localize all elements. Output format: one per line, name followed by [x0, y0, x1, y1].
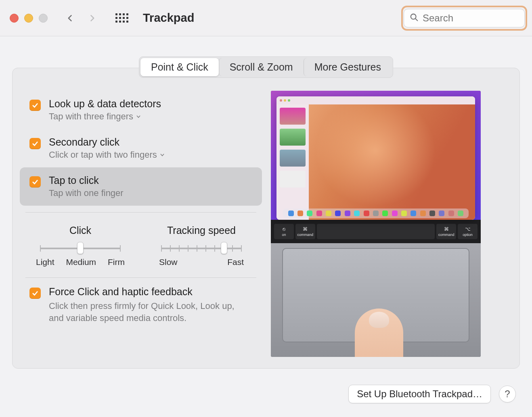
tab-more-gestures[interactable]: More Gestures [304, 58, 392, 76]
window-controls [10, 14, 48, 23]
divider [25, 277, 256, 278]
option-subtitle: Tap with one finger [49, 188, 124, 198]
forward-button[interactable] [84, 10, 100, 26]
checkbox-tap[interactable] [29, 176, 41, 188]
tab-scroll-zoom[interactable]: Scroll & Zoom [219, 58, 304, 76]
option-secondary-click[interactable]: Secondary click Click or tap with two fi… [20, 129, 262, 167]
toolbar: Trackpad [0, 0, 532, 36]
option-title: Secondary click [49, 136, 165, 148]
show-all-button[interactable] [114, 10, 130, 26]
slider-label-tracking: Tracking speed [167, 225, 236, 236]
option-title: Look up & data detectors [49, 98, 161, 110]
click-slider[interactable] [40, 244, 121, 252]
search-field-group [404, 9, 525, 27]
zoom-window-button[interactable] [39, 14, 48, 23]
option-force-click[interactable]: Force Click and haptic feedback Click th… [20, 284, 262, 324]
close-window-button[interactable] [10, 14, 19, 23]
slider-tick-label: Fast [227, 257, 244, 267]
option-subtitle: Click or tap with two fingers [49, 150, 157, 160]
minimize-window-button[interactable] [24, 14, 33, 23]
option-description: Click then press firmly for Quick Look, … [49, 300, 243, 324]
setup-bluetooth-button[interactable]: Set Up Bluetooth Trackpad… [348, 385, 491, 403]
slider-tick-label: Light [36, 257, 54, 267]
slider-tick-label: Medium [66, 257, 96, 267]
slider-tick-label: Firm [108, 257, 125, 267]
tab-point-click[interactable]: Point & Click [140, 58, 219, 76]
help-button[interactable]: ? [499, 386, 516, 402]
svg-line-1 [415, 18, 418, 21]
window-title: Trackpad [143, 11, 194, 25]
divider [25, 212, 256, 213]
slider-tick-label: Slow [159, 257, 178, 267]
option-subtitle: Tap with three fingers [49, 111, 133, 122]
search-input[interactable] [423, 13, 532, 24]
checkbox-force[interactable] [29, 288, 41, 299]
option-title: Force Click and haptic feedback [49, 286, 243, 298]
option-tap-to-click[interactable]: Tap to click Tap with one finger [20, 167, 262, 206]
settings-panel: Look up & data detectors Tap with three … [12, 68, 520, 369]
chevron-down-icon[interactable] [159, 152, 165, 158]
back-button[interactable] [62, 10, 78, 26]
finger-illustration [355, 309, 403, 357]
checkbox-lookup[interactable] [29, 100, 41, 111]
chevron-down-icon[interactable] [136, 114, 141, 119]
slider-label-click: Click [69, 225, 91, 236]
option-title: Tap to click [49, 175, 124, 186]
checkbox-secondary[interactable] [29, 138, 41, 149]
tracking-slider[interactable] [161, 244, 242, 252]
search-icon [410, 13, 419, 23]
option-lookup[interactable]: Look up & data detectors Tap with three … [20, 91, 262, 129]
gesture-preview: ⎋on⌘command⌘command⌥option [271, 91, 481, 357]
tab-bar: Point & Click Scroll & Zoom More Gesture… [12, 56, 520, 78]
